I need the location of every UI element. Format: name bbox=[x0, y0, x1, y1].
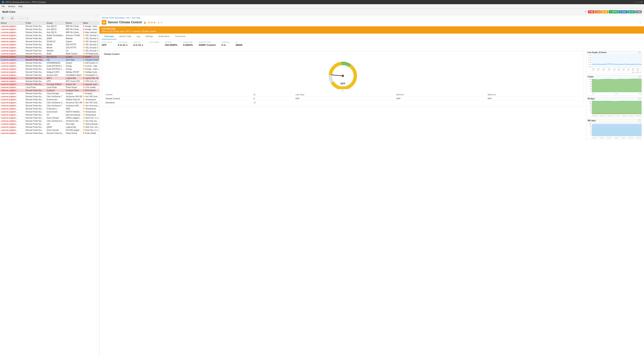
table-row[interactable]: customer.prtgdem... Remote Probe Nur... … bbox=[0, 52, 99, 55]
table-row[interactable]: customer.prtgdem... Remote Probe Nur... … bbox=[0, 43, 99, 46]
table-row[interactable]: customer.prtgdem... Remote Probe Nur... … bbox=[0, 107, 99, 110]
table-row[interactable]: customer.prtgdem... Remote Probe Nur... … bbox=[0, 46, 99, 49]
title-bar-left: 🔷 PRTG Desktop Multi-Core - PRTG Desktop bbox=[2, 1, 46, 3]
cell-server: customer.prtgdem... bbox=[1, 108, 26, 110]
stat-label-interval: Interval bbox=[222, 41, 230, 43]
table-row[interactable]: customer.prtgdem... Remote Probe Nur... … bbox=[0, 101, 99, 104]
table-row[interactable]: customer.prtgdem... Remote Probe Nur... … bbox=[0, 61, 99, 65]
col-group[interactable]: Group bbox=[47, 22, 66, 24]
tab-overview[interactable]: Overview bbox=[102, 34, 116, 39]
table-row[interactable]: customer.prtgdem... Remote Probe Nur... … bbox=[0, 71, 99, 74]
badge-unusual[interactable]: M 23 bbox=[628, 10, 635, 13]
restore-btn[interactable]: □ bbox=[638, 1, 639, 3]
sensor-title-left: W Sensor Climate Control 🔒 ★★★★★ bbox=[102, 20, 163, 25]
badge-up[interactable]: ✓ 2575 bbox=[609, 10, 618, 13]
x-label-0: 1/1/2017 bbox=[592, 137, 597, 139]
table-row[interactable]: customer.prtgdem... Remote Probe Nur... … bbox=[0, 92, 99, 95]
tab-comments[interactable]: Comments bbox=[172, 34, 188, 39]
table-row[interactable]: customer.prtgdem... Remote Probe Nur... … bbox=[0, 98, 99, 101]
table-row[interactable]: customer.prtgdem... Remote Probe Nur... … bbox=[0, 34, 99, 37]
col-name[interactable]: Name bbox=[83, 22, 100, 24]
tab-log[interactable]: Log bbox=[134, 34, 143, 39]
table-row[interactable]: customer.prtgdem... Remote Probe Nur... … bbox=[0, 129, 99, 132]
table-row[interactable]: customer.prtgdem... Remote Probe Nur... … bbox=[0, 117, 99, 120]
table-row[interactable]: customer.prtgdem... Remote Probe Nur... … bbox=[0, 74, 99, 77]
table-row[interactable]: customer.prtgdem... Remote Probe Nur... … bbox=[0, 120, 99, 123]
menu-servers[interactable]: Servers bbox=[8, 5, 15, 7]
table-row[interactable]: customer.prtgdem... Remote Probe Nur... … bbox=[0, 113, 99, 117]
graph-expand-icon[interactable]: ⛶ bbox=[638, 76, 640, 78]
left-panel: ‼ ! □ □ ✓ □ □ ≡ Server Probe Group Devic… bbox=[0, 15, 100, 356]
table-row[interactable]: customer.prtgdem... Remote Probe Nur... … bbox=[0, 55, 99, 58]
table-row[interactable]: customer.prtgdem... Remote Probe Nur... … bbox=[0, 104, 99, 107]
table-row[interactable]: customer.prtgdem... Remote Probe Nur... … bbox=[0, 65, 99, 68]
table-row[interactable]: customer.prtgdem... Remote Probe Nur... … bbox=[0, 49, 99, 52]
col-device[interactable]: Device bbox=[66, 22, 83, 24]
table-row[interactable]: customer.prtgdem... Remote Probe Nur... … bbox=[0, 95, 99, 98]
scroll-up-arrow[interactable]: ▲ bbox=[104, 89, 582, 91]
channel-table: Channel ID Last Value Minimum Maximum Cl… bbox=[104, 93, 582, 105]
col-probe[interactable]: Probe bbox=[26, 22, 47, 24]
refresh-icon[interactable]: ↻ bbox=[585, 10, 586, 13]
toolbar-btn-box1[interactable]: □ bbox=[18, 17, 21, 20]
badge-unknown[interactable]: ? 41 bbox=[635, 10, 642, 13]
minimize-btn[interactable]: ─ bbox=[634, 1, 636, 3]
title-bar: 🔷 PRTG Desktop Multi-Core - PRTG Desktop… bbox=[0, 0, 644, 4]
toolbar-btn-check3[interactable]: ✓ bbox=[14, 17, 18, 20]
badge-partial[interactable]: ! 14 bbox=[595, 10, 601, 13]
cell-name: WDell System H... bbox=[83, 62, 99, 64]
cell-group: DC bbox=[47, 114, 66, 116]
cell-server: customer.prtgdem... bbox=[1, 77, 26, 79]
graph-expand-icon[interactable]: ⛶ bbox=[638, 98, 640, 100]
breadcrumb-group[interactable]: Info bbox=[126, 17, 130, 19]
graph-footer: Max: 0.000 # bbox=[586, 71, 642, 73]
content-area: ‼ ! □ □ ✓ □ □ ≡ Server Probe Group Devic… bbox=[0, 15, 644, 356]
toolbar-btn-check2[interactable]: □ bbox=[11, 17, 14, 20]
menu-help[interactable]: Help bbox=[18, 5, 23, 7]
table-row[interactable]: customer.prtgdem... Remote Probe Nur... … bbox=[0, 110, 99, 113]
table-row[interactable]: customer.prtgdem... Remote Probe Nur... … bbox=[0, 77, 99, 80]
graph-expand-icon[interactable]: ⛶ bbox=[638, 51, 640, 53]
detail-tabs: Overview Historic Data Log Settings Noti… bbox=[100, 34, 644, 39]
cell-probe: Remote Probe Nur... bbox=[26, 120, 47, 122]
cell-probe: Remote Probe Nur... bbox=[26, 68, 47, 70]
toolbar-btn-error[interactable]: ‼ bbox=[1, 17, 4, 20]
toolbar-btn-check1[interactable]: □ bbox=[7, 17, 10, 20]
more-options-btn[interactable]: ⋮ bbox=[639, 21, 642, 24]
x-label-3: 12:00 AM bbox=[608, 68, 613, 71]
cell-group: Cloud Storage bbox=[47, 92, 66, 95]
graph-expand-icon[interactable]: ⛶ bbox=[638, 120, 640, 122]
table-row[interactable]: customer.prtgdem... Remote Probe Nur... … bbox=[0, 37, 99, 40]
table-row[interactable]: customer.prtgdem... Remote Probe Nur... … bbox=[0, 31, 99, 34]
breadcrumb-probe[interactable]: Remote Probe Nuremberg bbox=[102, 17, 124, 19]
tab-historic-data[interactable]: Historic Data bbox=[116, 34, 134, 39]
graph-title: 365 days bbox=[588, 120, 596, 122]
table-row[interactable]: customer.prtgdem... Remote Probe Nur... … bbox=[0, 126, 99, 129]
table-row[interactable]: customer.prtgdem... Remote Probe Nur... … bbox=[0, 40, 99, 43]
tab-settings[interactable]: Settings bbox=[143, 34, 156, 39]
toolbar-btn-menu[interactable]: ≡ bbox=[26, 17, 29, 20]
table-row[interactable]: customer.prtgdem... Remote Probe Num... … bbox=[0, 132, 99, 135]
table-row[interactable]: customer.prtgdem... Remote Probe Nur... … bbox=[0, 123, 99, 126]
table-row[interactable]: customer.prtgdem... Remote Probe Nur... … bbox=[0, 25, 99, 28]
col-server[interactable]: Server bbox=[1, 22, 26, 24]
table-row[interactable]: customer.prtgdem... Remote Probe Nur... … bbox=[0, 68, 99, 71]
breadcrumb-device[interactable]: Tech Data bbox=[132, 17, 140, 19]
menu-file[interactable]: File bbox=[2, 5, 5, 7]
table-row[interactable]: customer.prtgdem... Remote Probe Nur... … bbox=[0, 28, 99, 31]
sensor-stars[interactable]: ★★★ bbox=[148, 21, 156, 24]
badge-paused[interactable]: H 2141 bbox=[618, 10, 627, 13]
badge-down[interactable]: ‼ 85 bbox=[588, 10, 594, 13]
table-row[interactable]: customer.prtgdem... Remote Probe Nur... … bbox=[0, 83, 99, 86]
table-row[interactable]: customer.prtgdem... Remote Probe Nur... … bbox=[0, 89, 99, 92]
badge-warning[interactable]: W 76 bbox=[601, 10, 608, 13]
toolbar-btn-box2[interactable]: □ bbox=[22, 17, 24, 20]
close-btn[interactable]: ✕ bbox=[640, 1, 642, 3]
table-row[interactable]: customer.prtgdem... Local Probe Local Pr… bbox=[0, 86, 99, 89]
table-row[interactable]: customer.prtgdem... Remote Probe Nur... … bbox=[0, 80, 99, 83]
graph-x-axis: 9:00 PM10:00 PM11:00 PM12:00 AM1:00 AM2:… bbox=[592, 68, 642, 71]
tab-notifications[interactable]: Notifications bbox=[156, 34, 172, 39]
toolbar-btn-warning[interactable]: ! bbox=[4, 17, 7, 20]
table-row[interactable]: customer.prtgdem... Remote Probe Nur... … bbox=[0, 58, 99, 61]
warning-message: Warning by lookup value 'OFF' in channel… bbox=[102, 30, 642, 32]
